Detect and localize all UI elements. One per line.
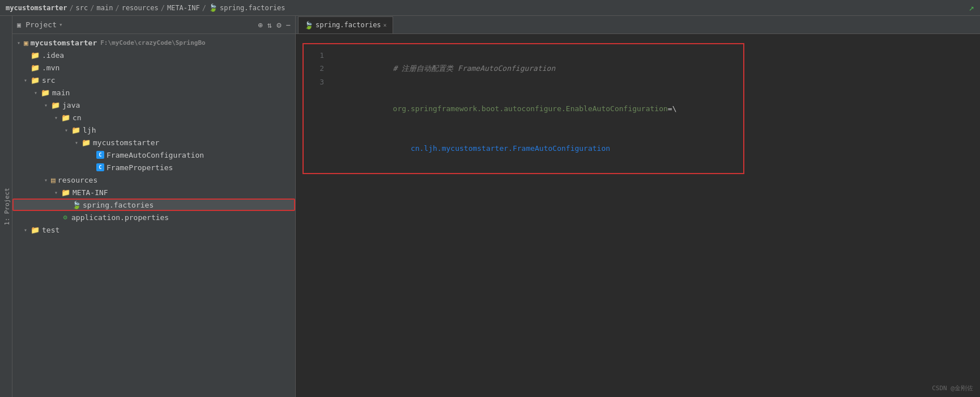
dropdown-arrow: ▾	[59, 21, 63, 28]
main-layout: 1: Project 2: Structure ▣ Project ▾ ⊕ ⇅ …	[0, 16, 980, 397]
tree-item-mycustomstarter2[interactable]: ▾ 📁 mycustomstarter	[12, 136, 295, 149]
breadcrumb: mycustomstarter / src / main / resources…	[6, 3, 286, 12]
breadcrumb-src: src	[76, 4, 88, 12]
tree-item-resources[interactable]: ▾ ▤ resources	[12, 174, 295, 186]
code-text: # 注册自动配置类 FrameAutoConfiguration org.spr…	[331, 49, 739, 168]
tree-item-test[interactable]: ▾ 📁 test	[12, 223, 295, 236]
breadcrumb-resources: resources	[122, 4, 159, 12]
frame-props-label: FrameProperties	[106, 163, 173, 172]
idea-folder-icon: 📁	[31, 51, 40, 60]
code-lines: 1 2 3 # 注册自动配置类 FrameAutoConfiguration o…	[308, 49, 739, 168]
resources-label: resources	[58, 176, 97, 184]
line-numbers: 1 2 3	[308, 49, 331, 168]
java-folder-icon: 📁	[51, 101, 60, 109]
line-num-2: 2	[315, 62, 324, 75]
breadcrumb-spring-icon: 🍃	[208, 3, 218, 12]
root-toggle: ▾	[17, 40, 24, 46]
main-folder-icon: 📁	[41, 88, 50, 97]
java-label: java	[62, 101, 80, 109]
test-folder-icon: 📁	[31, 226, 40, 234]
frame-props-class-icon: C	[96, 163, 104, 171]
cn-label: cn	[73, 113, 82, 122]
tree-root-item[interactable]: ▾ ▣ mycustomstarter F:\myCode\crazyCode\…	[12, 36, 295, 49]
tab-label: spring.factories	[316, 21, 381, 29]
spring-factories-label: spring.factories	[83, 201, 154, 209]
code-key-enable: org.springframework.boot.autoconfigure.E…	[393, 104, 668, 113]
line-num-3: 3	[315, 75, 324, 88]
frame-auto-class-icon: C	[96, 151, 104, 159]
project-dropdown[interactable]: ▣ Project ▾	[17, 20, 63, 29]
src-folder-icon: 📁	[31, 76, 40, 85]
ljh-label: ljh	[83, 126, 96, 134]
top-right-icon: ↗	[969, 2, 974, 13]
vertical-tab-strip[interactable]: 1: Project 2: Structure	[0, 16, 12, 397]
app-props-label: application.properties	[71, 213, 169, 222]
ljh-toggle: ▾	[65, 127, 71, 133]
tree-item-java[interactable]: ▾ 📁 java	[12, 99, 295, 111]
test-label: test	[42, 226, 59, 234]
src-toggle: ▾	[24, 77, 31, 83]
code-line-3: cn.ljh.mycustomstarter.FrameAutoConfigur…	[331, 128, 739, 168]
tree-item-idea[interactable]: 📁 .idea	[12, 49, 295, 61]
locate-icon[interactable]: ⊕	[258, 20, 262, 29]
breadcrumb-file: spring.factories	[220, 4, 286, 12]
code-line-1: # 注册自动配置类 FrameAutoConfiguration	[331, 49, 739, 88]
project-dropdown-label: Project	[25, 20, 57, 29]
tree-item-frame-auto[interactable]: C FrameAutoConfiguration	[12, 149, 295, 161]
folder-small-icon: ▣	[17, 21, 21, 29]
breadcrumb-project: mycustomstarter	[6, 4, 67, 12]
cn-toggle: ▾	[54, 115, 61, 121]
tab-bar: 🍃 spring.factories ×	[296, 16, 980, 34]
hide-icon[interactable]: −	[286, 20, 291, 29]
tree-item-spring-factories[interactable]: 🍃 spring.factories	[12, 198, 295, 211]
root-folder-icon: ▣	[24, 39, 28, 47]
tree-item-app-props[interactable]: ⚙ application.properties	[12, 211, 295, 223]
tree-item-frame-props[interactable]: C FrameProperties	[12, 161, 295, 174]
tree-toolbar: ▣ Project ▾ ⊕ ⇅ ⚙ −	[12, 16, 295, 34]
app-props-file-icon: ⚙	[61, 213, 69, 221]
tree-item-ljh[interactable]: ▾ 📁 ljh	[12, 124, 295, 136]
editor-content[interactable]: 1 2 3 # 注册自动配置类 FrameAutoConfiguration o…	[296, 34, 980, 397]
meta-inf-toggle: ▾	[54, 189, 61, 196]
code-operator: =\	[668, 104, 677, 113]
src-label: src	[42, 76, 55, 85]
tab-project[interactable]: 1: Project	[3, 188, 11, 225]
frame-auto-label: FrameAutoConfiguration	[106, 151, 204, 159]
test-toggle: ▾	[24, 227, 31, 233]
gear-icon[interactable]: ⚙	[276, 20, 281, 29]
tab-close-button[interactable]: ×	[384, 22, 387, 28]
mycustomstarter2-folder-icon: 📁	[82, 138, 91, 147]
breadcrumb-meta-inf: META-INF	[167, 4, 200, 12]
code-line-2: org.springframework.boot.autoconfigure.E…	[331, 88, 739, 128]
mvn-folder-icon: 📁	[31, 64, 40, 72]
main-toggle: ▾	[34, 90, 41, 96]
file-tree-panel: ▣ Project ▾ ⊕ ⇅ ⚙ − ▾ ▣ mycustomstarter …	[12, 16, 296, 397]
main-label: main	[52, 88, 70, 97]
expand-icon[interactable]: ⇅	[267, 20, 272, 29]
meta-inf-folder-icon: 📁	[61, 188, 70, 197]
root-path: F:\myCode\crazyCode\SpringBo	[100, 39, 205, 47]
tree-content: ▾ ▣ mycustomstarter F:\myCode\crazyCode\…	[12, 34, 295, 397]
cn-folder-icon: 📁	[61, 113, 70, 122]
tree-item-src[interactable]: ▾ 📁 src	[12, 74, 295, 86]
attribution: CSDN @金刚佐	[932, 384, 973, 392]
mvn-label: .mvn	[42, 64, 59, 72]
tab-spring-icon: 🍃	[304, 21, 313, 29]
mycustomstarter2-label: mycustomstarter	[93, 138, 159, 147]
tree-item-mvn[interactable]: 📁 .mvn	[12, 61, 295, 74]
idea-label: .idea	[42, 51, 64, 60]
toolbar-icons: ⊕ ⇅ ⚙ −	[258, 20, 291, 29]
code-comment: # 注册自动配置类 FrameAutoConfiguration	[393, 64, 556, 73]
editor-tab-spring-factories[interactable]: 🍃 spring.factories ×	[298, 16, 393, 33]
ljh-folder-icon: 📁	[71, 126, 80, 134]
line-num-1: 1	[315, 49, 324, 62]
code-box: 1 2 3 # 注册自动配置类 FrameAutoConfiguration o…	[302, 43, 744, 174]
mycustomstarter2-toggle: ▾	[75, 140, 82, 146]
tree-item-meta-inf[interactable]: ▾ 📁 META-INF	[12, 186, 295, 198]
meta-inf-label: META-INF	[73, 188, 108, 197]
java-toggle: ▾	[44, 102, 51, 108]
tree-item-main[interactable]: ▾ 📁 main	[12, 86, 295, 99]
editor-panel: 🍃 spring.factories × 1 2 3 # 注册自动配置类 Fra…	[296, 16, 980, 397]
spring-factories-file-icon: 🍃	[73, 201, 80, 209]
tree-item-cn[interactable]: ▾ 📁 cn	[12, 111, 295, 124]
